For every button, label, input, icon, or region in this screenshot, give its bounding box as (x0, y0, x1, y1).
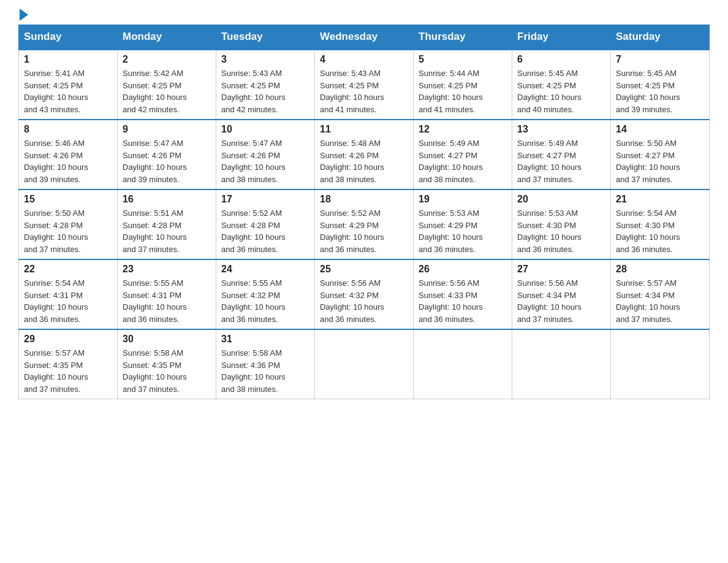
col-header-monday: Monday (118, 25, 216, 50)
day-number: 4 (320, 54, 408, 65)
day-number: 19 (419, 194, 507, 205)
calendar-cell (611, 329, 710, 399)
day-info: Sunrise: 5:50 AM Sunset: 4:28 PM Dayligh… (24, 207, 112, 255)
day-number: 16 (123, 194, 211, 205)
day-number: 3 (221, 54, 309, 65)
day-info: Sunrise: 5:56 AM Sunset: 4:34 PM Dayligh… (517, 277, 605, 325)
day-info: Sunrise: 5:54 AM Sunset: 4:31 PM Dayligh… (24, 277, 112, 325)
day-info: Sunrise: 5:56 AM Sunset: 4:32 PM Dayligh… (320, 277, 408, 325)
calendar-cell: 19Sunrise: 5:53 AM Sunset: 4:29 PM Dayli… (414, 190, 512, 259)
day-info: Sunrise: 5:54 AM Sunset: 4:30 PM Dayligh… (616, 207, 704, 255)
logo-arrow-icon (20, 9, 28, 21)
day-info: Sunrise: 5:57 AM Sunset: 4:35 PM Dayligh… (24, 347, 112, 395)
day-number: 29 (24, 334, 112, 345)
day-number: 17 (221, 194, 309, 205)
calendar-cell: 20Sunrise: 5:53 AM Sunset: 4:30 PM Dayli… (512, 190, 611, 259)
day-info: Sunrise: 5:48 AM Sunset: 4:26 PM Dayligh… (320, 137, 408, 185)
calendar-week-row: 8Sunrise: 5:46 AM Sunset: 4:26 PM Daylig… (19, 120, 710, 190)
calendar-cell: 31Sunrise: 5:58 AM Sunset: 4:36 PM Dayli… (216, 329, 315, 399)
day-number: 23 (123, 264, 211, 275)
calendar-cell: 8Sunrise: 5:46 AM Sunset: 4:26 PM Daylig… (19, 120, 118, 190)
calendar-cell: 25Sunrise: 5:56 AM Sunset: 4:32 PM Dayli… (315, 259, 414, 329)
day-info: Sunrise: 5:47 AM Sunset: 4:26 PM Dayligh… (123, 137, 211, 185)
page-header (18, 12, 710, 18)
day-info: Sunrise: 5:53 AM Sunset: 4:29 PM Dayligh… (419, 207, 507, 255)
calendar-cell: 13Sunrise: 5:49 AM Sunset: 4:27 PM Dayli… (512, 120, 611, 190)
day-number: 5 (419, 54, 507, 65)
col-header-tuesday: Tuesday (216, 25, 315, 50)
day-number: 10 (221, 124, 309, 135)
day-number: 1 (24, 54, 112, 65)
day-number: 7 (616, 54, 704, 65)
day-info: Sunrise: 5:45 AM Sunset: 4:25 PM Dayligh… (616, 67, 704, 115)
calendar-week-row: 22Sunrise: 5:54 AM Sunset: 4:31 PM Dayli… (19, 259, 710, 329)
day-info: Sunrise: 5:45 AM Sunset: 4:25 PM Dayligh… (517, 67, 605, 115)
calendar-table: SundayMondayTuesdayWednesdayThursdayFrid… (18, 25, 710, 399)
day-number: 22 (24, 264, 112, 275)
day-number: 27 (517, 264, 605, 275)
calendar-cell: 4Sunrise: 5:43 AM Sunset: 4:25 PM Daylig… (315, 50, 414, 120)
day-number: 28 (616, 264, 704, 275)
day-number: 31 (221, 334, 309, 345)
day-number: 26 (419, 264, 507, 275)
calendar-cell: 9Sunrise: 5:47 AM Sunset: 4:26 PM Daylig… (118, 120, 216, 190)
day-number: 24 (221, 264, 309, 275)
calendar-cell: 16Sunrise: 5:51 AM Sunset: 4:28 PM Dayli… (118, 190, 216, 259)
col-header-friday: Friday (512, 25, 611, 50)
calendar-cell (315, 329, 414, 399)
calendar-week-row: 1Sunrise: 5:41 AM Sunset: 4:25 PM Daylig… (19, 50, 710, 120)
calendar-cell: 30Sunrise: 5:58 AM Sunset: 4:35 PM Dayli… (118, 329, 216, 399)
day-info: Sunrise: 5:52 AM Sunset: 4:29 PM Dayligh… (320, 207, 408, 255)
day-info: Sunrise: 5:53 AM Sunset: 4:30 PM Dayligh… (517, 207, 605, 255)
calendar-week-row: 29Sunrise: 5:57 AM Sunset: 4:35 PM Dayli… (19, 329, 710, 399)
day-info: Sunrise: 5:51 AM Sunset: 4:28 PM Dayligh… (123, 207, 211, 255)
day-info: Sunrise: 5:58 AM Sunset: 4:35 PM Dayligh… (123, 347, 211, 395)
day-info: Sunrise: 5:49 AM Sunset: 4:27 PM Dayligh… (517, 137, 605, 185)
calendar-cell (512, 329, 611, 399)
day-info: Sunrise: 5:55 AM Sunset: 4:31 PM Dayligh… (123, 277, 211, 325)
calendar-cell: 29Sunrise: 5:57 AM Sunset: 4:35 PM Dayli… (19, 329, 118, 399)
calendar-cell: 5Sunrise: 5:44 AM Sunset: 4:25 PM Daylig… (414, 50, 512, 120)
day-number: 14 (616, 124, 704, 135)
calendar-cell: 3Sunrise: 5:43 AM Sunset: 4:25 PM Daylig… (216, 50, 315, 120)
day-number: 15 (24, 194, 112, 205)
day-info: Sunrise: 5:56 AM Sunset: 4:33 PM Dayligh… (419, 277, 507, 325)
calendar-cell: 28Sunrise: 5:57 AM Sunset: 4:34 PM Dayli… (611, 259, 710, 329)
day-info: Sunrise: 5:42 AM Sunset: 4:25 PM Dayligh… (123, 67, 211, 115)
calendar-week-row: 15Sunrise: 5:50 AM Sunset: 4:28 PM Dayli… (19, 190, 710, 259)
calendar-cell: 6Sunrise: 5:45 AM Sunset: 4:25 PM Daylig… (512, 50, 611, 120)
day-info: Sunrise: 5:58 AM Sunset: 4:36 PM Dayligh… (221, 347, 309, 395)
calendar-cell: 15Sunrise: 5:50 AM Sunset: 4:28 PM Dayli… (19, 190, 118, 259)
day-info: Sunrise: 5:43 AM Sunset: 4:25 PM Dayligh… (320, 67, 408, 115)
calendar-cell (414, 329, 512, 399)
calendar-cell: 2Sunrise: 5:42 AM Sunset: 4:25 PM Daylig… (118, 50, 216, 120)
col-header-sunday: Sunday (19, 25, 118, 50)
day-number: 2 (123, 54, 211, 65)
logo (18, 12, 28, 18)
day-info: Sunrise: 5:46 AM Sunset: 4:26 PM Dayligh… (24, 137, 112, 185)
day-number: 6 (517, 54, 605, 65)
day-number: 13 (517, 124, 605, 135)
day-info: Sunrise: 5:43 AM Sunset: 4:25 PM Dayligh… (221, 67, 309, 115)
calendar-cell: 7Sunrise: 5:45 AM Sunset: 4:25 PM Daylig… (611, 50, 710, 120)
calendar-cell: 18Sunrise: 5:52 AM Sunset: 4:29 PM Dayli… (315, 190, 414, 259)
calendar-cell: 27Sunrise: 5:56 AM Sunset: 4:34 PM Dayli… (512, 259, 611, 329)
day-number: 11 (320, 124, 408, 135)
day-info: Sunrise: 5:57 AM Sunset: 4:34 PM Dayligh… (616, 277, 704, 325)
calendar-cell: 21Sunrise: 5:54 AM Sunset: 4:30 PM Dayli… (611, 190, 710, 259)
day-number: 25 (320, 264, 408, 275)
calendar-cell: 24Sunrise: 5:55 AM Sunset: 4:32 PM Dayli… (216, 259, 315, 329)
calendar-cell: 26Sunrise: 5:56 AM Sunset: 4:33 PM Dayli… (414, 259, 512, 329)
day-number: 12 (419, 124, 507, 135)
day-info: Sunrise: 5:52 AM Sunset: 4:28 PM Dayligh… (221, 207, 309, 255)
col-header-saturday: Saturday (611, 25, 710, 50)
day-info: Sunrise: 5:44 AM Sunset: 4:25 PM Dayligh… (419, 67, 507, 115)
day-number: 18 (320, 194, 408, 205)
calendar-header-row: SundayMondayTuesdayWednesdayThursdayFrid… (19, 25, 710, 50)
day-info: Sunrise: 5:47 AM Sunset: 4:26 PM Dayligh… (221, 137, 309, 185)
calendar-cell: 17Sunrise: 5:52 AM Sunset: 4:28 PM Dayli… (216, 190, 315, 259)
calendar-cell: 23Sunrise: 5:55 AM Sunset: 4:31 PM Dayli… (118, 259, 216, 329)
col-header-thursday: Thursday (414, 25, 512, 50)
calendar-cell: 14Sunrise: 5:50 AM Sunset: 4:27 PM Dayli… (611, 120, 710, 190)
calendar-cell: 12Sunrise: 5:49 AM Sunset: 4:27 PM Dayli… (414, 120, 512, 190)
